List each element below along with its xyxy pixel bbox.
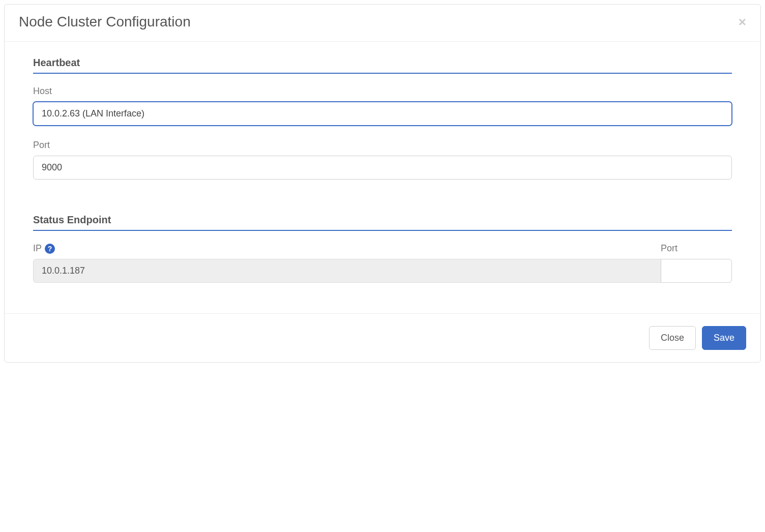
status-endpoint-row: [33, 259, 732, 283]
status-endpoint-ip-label: IP: [33, 243, 42, 254]
heartbeat-port-group: Port: [33, 140, 732, 180]
modal-body: Heartbeat Host Port Status Endpoint IP ?…: [5, 42, 760, 313]
heartbeat-port-label: Port: [33, 140, 732, 151]
modal-title: Node Cluster Configuration: [19, 14, 191, 30]
status-endpoint-label-row: IP ? Port: [33, 243, 732, 254]
heartbeat-host-group: Host: [33, 86, 732, 126]
status-endpoint-port-input[interactable]: [661, 259, 732, 283]
close-button[interactable]: Close: [649, 326, 696, 350]
heartbeat-section-title: Heartbeat: [33, 57, 732, 74]
help-icon[interactable]: ?: [45, 244, 55, 254]
status-endpoint-ip-input: [33, 259, 661, 283]
save-button[interactable]: Save: [702, 326, 746, 350]
modal-header: Node Cluster Configuration ×: [5, 5, 760, 42]
modal-footer: Close Save: [5, 313, 760, 362]
heartbeat-host-label: Host: [33, 86, 732, 97]
heartbeat-host-input[interactable]: [33, 102, 732, 126]
status-endpoint-section-title: Status Endpoint: [33, 214, 732, 231]
close-icon[interactable]: ×: [739, 15, 746, 28]
heartbeat-port-input[interactable]: [33, 156, 732, 180]
node-cluster-config-modal: Node Cluster Configuration × Heartbeat H…: [4, 4, 761, 363]
status-endpoint-port-label: Port: [661, 243, 732, 254]
